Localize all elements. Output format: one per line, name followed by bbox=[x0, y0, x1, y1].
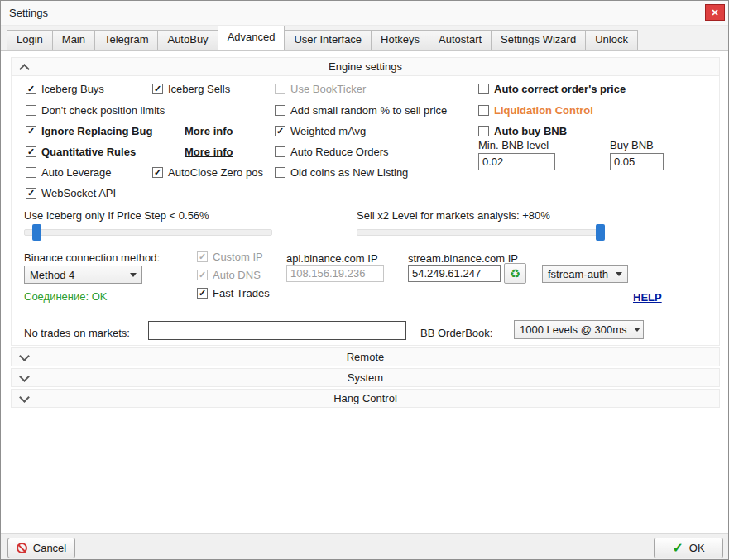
connection-method-select[interactable]: Method 4 bbox=[24, 266, 142, 284]
section-header-engine-settings[interactable]: Engine settings bbox=[11, 57, 720, 76]
cancel-button-label: Cancel bbox=[33, 542, 66, 554]
checkbox-custom-ip: ✓ Custom IP bbox=[197, 250, 263, 263]
checkbox-auto-leverage[interactable]: Auto Leverage bbox=[26, 165, 112, 179]
checkbox-mark: ✓ bbox=[26, 188, 36, 199]
close-button[interactable]: ✕ bbox=[705, 4, 725, 21]
checkbox-mark bbox=[275, 84, 285, 94]
min-bnb-level-label: Min. BNB level bbox=[478, 139, 549, 151]
engine-settings-panel bbox=[11, 57, 720, 346]
checkbox-auto-reduce-orders[interactable]: Auto Reduce Orders bbox=[275, 145, 389, 158]
chevron-down-icon bbox=[130, 273, 137, 277]
checkbox-label: Old coins as New Listing bbox=[290, 166, 408, 179]
no-trades-input[interactable] bbox=[148, 321, 406, 340]
checkbox-label: Quantitative Rules bbox=[41, 146, 136, 158]
checkbox-ignore-replacing-bug[interactable]: ✓ Ignore Replacing Bug bbox=[26, 124, 152, 137]
tab-user-interface[interactable]: User Interface bbox=[284, 30, 372, 50]
checkbox-mark: ✓ bbox=[197, 270, 208, 280]
checkbox-websocket-api[interactable]: ✓ WebSocket API bbox=[26, 186, 116, 199]
chevron-down-icon bbox=[21, 375, 28, 381]
checkbox-autoclose-zero-pos[interactable]: ✓ AutoClose Zero pos bbox=[152, 165, 263, 179]
chevron-down-icon bbox=[634, 328, 640, 332]
section-header-hang-control[interactable]: Hang Control bbox=[11, 389, 720, 408]
checkbox-label: Add small random % to sell price bbox=[290, 104, 447, 117]
cancel-button[interactable]: Cancel bbox=[7, 538, 75, 558]
iceberg-price-step-slider[interactable] bbox=[24, 224, 272, 241]
checkbox-mark: ✓ bbox=[197, 251, 208, 262]
sell-x2-level-slider-label: Sell x2 Level for markets analysis: +80% bbox=[357, 209, 550, 222]
chevron-up-icon bbox=[21, 64, 28, 73]
checkbox-mark: ✓ bbox=[152, 84, 163, 94]
section-header-remote[interactable]: Remote bbox=[11, 347, 720, 366]
checkbox-mark: ✓ bbox=[26, 146, 36, 157]
checkbox-dont-check-position-limits[interactable]: Don't check position limits bbox=[26, 103, 165, 117]
stream-ip-input[interactable] bbox=[408, 265, 501, 282]
stream-ip-label: stream.binance.com IP bbox=[408, 252, 518, 265]
buy-bnb-input[interactable] bbox=[610, 153, 664, 170]
checkbox-mark: ✓ bbox=[152, 167, 163, 178]
tab-settings-wizard[interactable]: Settings Wizard bbox=[491, 30, 586, 50]
dialog-footer: Cancel ✓ OK bbox=[1, 533, 728, 560]
checkbox-quantitative-rules[interactable]: ✓ Quantitative Rules bbox=[26, 145, 136, 158]
refresh-ip-button[interactable]: ♻ bbox=[504, 263, 526, 284]
checkbox-fast-trades[interactable]: ✓ Fast Trades bbox=[197, 286, 270, 299]
slider-thumb[interactable] bbox=[32, 224, 41, 241]
checkbox-auto-buy-bnb[interactable]: Auto buy BNB bbox=[478, 124, 567, 137]
stream-mode-select[interactable]: fstream-auth bbox=[542, 265, 628, 283]
checkbox-old-coins-as-new-listing[interactable]: Old coins as New Listing bbox=[275, 165, 408, 179]
checkbox-mark bbox=[478, 84, 489, 94]
more-info-quantitative-link[interactable]: More info bbox=[185, 146, 233, 158]
checkbox-label: Use BookTicker bbox=[290, 83, 366, 95]
checkbox-liquidation-control[interactable]: Liquidation Control bbox=[478, 103, 593, 117]
slider-track[interactable] bbox=[357, 229, 605, 236]
checkbox-iceberg-buys[interactable]: ✓ Iceberg Buys bbox=[26, 82, 104, 95]
connection-method-label: Binance connection method: bbox=[24, 251, 160, 264]
checkbox-label: AutoClose Zero pos bbox=[168, 166, 263, 179]
checkbox-weighted-mavg[interactable]: ✓ Weighted mAvg bbox=[275, 124, 366, 137]
checkbox-mark bbox=[478, 105, 489, 116]
bb-orderbook-select[interactable]: 1000 Levels @ 300ms bbox=[514, 320, 644, 339]
checkbox-label: Custom IP bbox=[213, 251, 263, 263]
tab-autostart[interactable]: Autostart bbox=[429, 30, 492, 50]
checkbox-add-small-random-percent[interactable]: Add small random % to sell price bbox=[275, 103, 447, 117]
checkbox-iceberg-sells[interactable]: ✓ Iceberg Sells bbox=[152, 82, 230, 95]
window-title: Settings bbox=[9, 7, 48, 19]
chevron-down-icon bbox=[21, 395, 28, 401]
more-info-ignore-replacing-link[interactable]: More info bbox=[185, 125, 233, 137]
api-ip-label: api.binance.com IP bbox=[286, 252, 378, 265]
slider-thumb[interactable] bbox=[596, 224, 605, 241]
ok-button[interactable]: ✓ OK bbox=[654, 538, 723, 558]
tab-bar: Login Main Telegram AutoBuy Advanced Use… bbox=[1, 26, 728, 50]
section-header-system[interactable]: System bbox=[11, 368, 720, 387]
tab-unlock[interactable]: Unlock bbox=[585, 30, 638, 50]
selected-value: 1000 Levels @ 300ms bbox=[520, 323, 627, 336]
checkbox-mark: ✓ bbox=[26, 84, 36, 94]
checkbox-mark bbox=[26, 105, 36, 116]
checkbox-mark bbox=[275, 105, 285, 116]
tab-main[interactable]: Main bbox=[52, 30, 95, 50]
connection-status-text: Соединение: OK bbox=[24, 290, 108, 303]
checkbox-mark bbox=[478, 126, 489, 136]
slider-track[interactable] bbox=[24, 229, 272, 236]
checkbox-mark: ✓ bbox=[197, 288, 208, 299]
tab-autobuy[interactable]: AutoBuy bbox=[157, 30, 218, 50]
selected-value: fstream-auth bbox=[548, 268, 608, 280]
checkbox-label: Don't check position limits bbox=[41, 104, 165, 117]
tab-advanced[interactable]: Advanced bbox=[218, 26, 285, 50]
chevron-down-icon bbox=[21, 354, 28, 360]
tab-telegram[interactable]: Telegram bbox=[94, 30, 158, 50]
checkbox-label: Fast Trades bbox=[213, 287, 270, 299]
sell-x2-level-slider[interactable] bbox=[357, 224, 605, 241]
checkbox-use-bookticker: Use BookTicker bbox=[275, 82, 366, 95]
bb-orderbook-label: BB OrderBook: bbox=[420, 327, 492, 339]
checkbox-auto-correct-orders-price[interactable]: Auto correct order's price bbox=[478, 82, 626, 95]
tab-hotkeys[interactable]: Hotkeys bbox=[371, 30, 429, 50]
no-trades-label: No trades on markets: bbox=[24, 327, 130, 339]
help-link[interactable]: HELP bbox=[633, 291, 662, 304]
iceberg-price-step-slider-label: Use Iceberg only If Price Step < 0.56% bbox=[24, 209, 209, 222]
checkbox-mark bbox=[26, 167, 36, 178]
min-bnb-level-input[interactable] bbox=[478, 153, 555, 170]
section-title: Remote bbox=[347, 351, 385, 363]
ok-button-label: OK bbox=[689, 542, 705, 554]
check-icon: ✓ bbox=[672, 542, 683, 555]
tab-login[interactable]: Login bbox=[7, 30, 53, 50]
